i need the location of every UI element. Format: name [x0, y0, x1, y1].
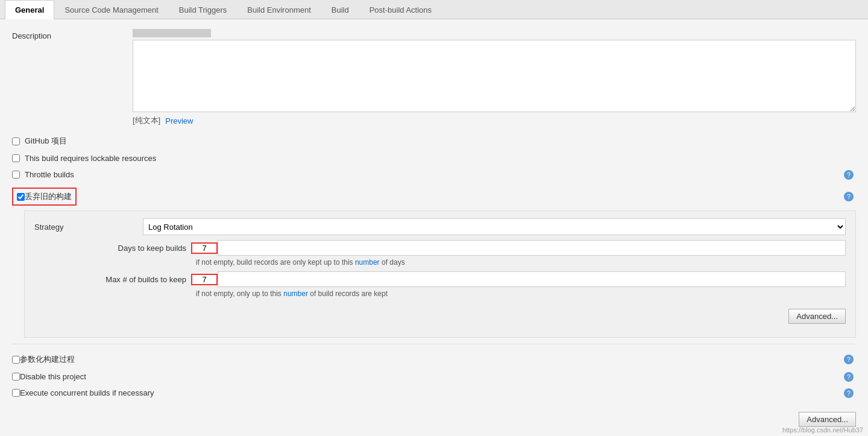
advanced-btn-row-1: Advanced... [34, 303, 846, 330]
lockable-checkbox[interactable] [12, 154, 20, 162]
max-builds-section: Max # of builds to keep 7 if not empty, … [34, 271, 846, 298]
github-checkbox-row: GitHub 项目 [12, 132, 856, 150]
discard-checkbox-row: 丢弃旧的构建 [12, 188, 77, 206]
discard-help-icon[interactable]: ? [844, 192, 854, 201]
throttle-label: Throttle builds [25, 170, 74, 179]
description-label: Description [12, 29, 133, 40]
strategy-row: Strategy Log Rotation Circular Buffer [34, 218, 846, 235]
days-keep-input-box: 7 [191, 242, 218, 254]
discard-checkbox-outer: 丢弃旧的构建 ? [12, 185, 856, 208]
github-checkbox[interactable] [12, 137, 20, 145]
days-keep-hint: if not empty, build records are only kep… [71, 258, 846, 267]
discard-checkbox[interactable] [17, 193, 25, 201]
lockable-label: This build requires lockable resources [25, 154, 156, 163]
discard-label: 丢弃旧的构建 [25, 191, 72, 202]
concurrent-row: Execute concurrent builds if necessary ? [12, 385, 856, 401]
concurrent-help-icon[interactable]: ? [844, 388, 854, 398]
days-keep-row: Days to keep builds 7 [71, 240, 846, 256]
max-builds-label: Max # of builds to keep [71, 275, 191, 284]
max-builds-input[interactable]: 7 [192, 275, 216, 284]
disable-help-icon[interactable]: ? [844, 372, 854, 382]
github-label: GitHub 项目 [25, 136, 67, 147]
tab-postbuild[interactable]: Post-build Actions [359, 0, 442, 19]
tab-environment[interactable]: Build Environment [237, 0, 321, 19]
concurrent-label: Execute concurrent builds if necessary [20, 388, 154, 397]
lockable-checkbox-row: This build requires lockable resources [12, 150, 856, 166]
description-links: [纯文本] Preview [133, 115, 856, 126]
text-link[interactable]: [纯文本] [133, 115, 160, 126]
advanced-button-1[interactable]: Advanced... [788, 309, 846, 324]
tab-triggers[interactable]: Build Triggers [169, 0, 237, 19]
description-row: Description 描述，按需要写 [纯文本] Preview [12, 29, 856, 126]
parameterize-checkbox[interactable] [12, 356, 20, 364]
max-builds-row: Max # of builds to keep 7 [71, 271, 846, 287]
strategy-select[interactable]: Log Rotation Circular Buffer [143, 218, 846, 235]
days-keep-extended-input[interactable] [218, 240, 846, 256]
max-builds-hint-link: number [283, 289, 308, 298]
throttle-checkbox[interactable] [12, 171, 20, 179]
max-builds-extended-input[interactable] [218, 271, 846, 287]
days-keep-input[interactable]: 7 [192, 244, 216, 253]
content-area: Description 描述，按需要写 [纯文本] Preview GitHub… [0, 19, 868, 436]
description-textarea[interactable]: 描述，按需要写 [133, 40, 856, 112]
tab-bar: General Source Code Management Build Tri… [0, 0, 868, 19]
max-builds-hint: if not empty, only up to this number of … [71, 289, 846, 298]
days-keep-label: Days to keep builds [71, 244, 191, 253]
strategy-label: Strategy [34, 223, 143, 232]
description-placeholder-bar [133, 29, 211, 37]
tab-general[interactable]: General [5, 0, 54, 19]
throttle-help-icon[interactable]: ? [844, 170, 854, 180]
parameterize-help-icon[interactable]: ? [844, 355, 854, 364]
discard-options-section: Strategy Log Rotation Circular Buffer Da… [24, 210, 856, 338]
concurrent-checkbox[interactable] [12, 389, 20, 397]
days-keep-hint-link: number [355, 258, 380, 267]
disable-checkbox[interactable] [12, 373, 20, 381]
footer-url: https://blog.csdn.net/Hub37 [782, 426, 863, 434]
description-wrap: 描述，按需要写 [纯文本] Preview [133, 29, 856, 126]
throttle-checkbox-row: Throttle builds ? [12, 166, 856, 183]
days-keep-section: Days to keep builds 7 if not empty, buil… [34, 240, 846, 267]
bottom-checkboxes: 参数化构建过程 ? Disable this project ? Execute… [12, 344, 856, 401]
max-builds-input-box: 7 [191, 274, 218, 285]
advanced-button-2[interactable]: Advanced... [799, 412, 856, 427]
parameterize-row: 参数化构建过程 ? [12, 350, 856, 368]
disable-label: Disable this project [20, 372, 86, 381]
preview-link[interactable]: Preview [165, 116, 193, 125]
tab-build[interactable]: Build [321, 0, 359, 19]
disable-row: Disable this project ? [12, 368, 856, 385]
advanced-btn-row-2: Advanced... [12, 406, 856, 433]
parameterize-label: 参数化构建过程 [20, 354, 75, 365]
tab-scm[interactable]: Source Code Management [54, 0, 168, 19]
